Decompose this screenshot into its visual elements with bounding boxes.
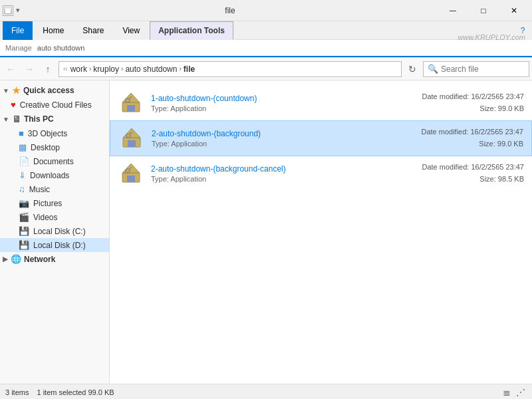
label: Videos — [33, 213, 57, 222]
title-text: file — [23, 6, 438, 15]
doc-icon: 📄 — [19, 156, 29, 166]
this-pc-header[interactable]: ▼ 🖥 This PC — [0, 112, 109, 126]
help-button[interactable]: ? — [513, 21, 532, 40]
up-button[interactable]: ↑ — [40, 61, 56, 77]
tab-file[interactable]: File — [3, 21, 33, 40]
address-path[interactable]: ‹‹ work › kruploy › auto shutdown › file — [59, 61, 402, 77]
file-meta-1: Date modified: 16/2/2565 23:47 Size: 99.… — [422, 91, 524, 114]
chevron-icon-3: › — [179, 65, 181, 72]
tab-share[interactable]: Share — [74, 21, 112, 40]
file-meta-3: Date modified: 16/2/2565 23:47 Size: 98.… — [422, 162, 524, 185]
sidebar-item-music[interactable]: ♫ Music — [0, 182, 109, 196]
manage-label: Manage — [5, 44, 32, 52]
quick-access-header[interactable]: ▼ ★ Quick access — [0, 83, 109, 98]
title-bar-icons: ▾ — [3, 5, 23, 16]
sidebar-item-videos[interactable]: 🎬 Videos — [0, 210, 109, 224]
path-autoshutdown: auto shutdown — [125, 65, 177, 74]
network-icon: 🌐 — [11, 254, 21, 264]
back-button[interactable]: ← — [3, 61, 19, 77]
items-count: 3 items — [5, 388, 29, 396]
label: Local Disk (C:) — [33, 227, 86, 236]
path-chevron: ‹‹ — [63, 65, 68, 72]
path-work: work — [70, 65, 87, 74]
quick-access-toolbar: ▾ — [16, 6, 20, 15]
file-date-1: Date modified: 16/2/2565 23:47 — [422, 91, 524, 103]
sidebar-item-disk-c[interactable]: 💾 Local Disk (C:) — [0, 224, 109, 238]
svg-rect-4 — [127, 105, 135, 112]
content-area: 1-auto-shutdown-(countdown) Type: Applic… — [110, 80, 532, 384]
window-controls[interactable]: — □ ✕ — [438, 0, 529, 21]
label: Desktop — [31, 143, 60, 152]
sidebar-item-downloads[interactable]: ⇓ Downloads — [0, 168, 109, 182]
file-type-1: Type: Application — [151, 104, 415, 112]
chevron-icon: ▶ — [3, 255, 8, 263]
file-item-1[interactable]: 1-auto-shutdown-(countdown) Type: Applic… — [110, 86, 532, 120]
quick-access-label: Quick access — [23, 86, 74, 95]
sidebar-item-desktop[interactable]: ▩ Desktop — [0, 140, 109, 154]
pc-icon: 🖥 — [12, 114, 21, 124]
desktop-icon: ▩ — [19, 142, 27, 152]
this-pc-label: This PC — [24, 114, 54, 124]
selected-info: 1 item selected 99.0 KB — [37, 388, 114, 396]
label: Local Disk (D:) — [33, 241, 86, 250]
tab-home[interactable]: Home — [34, 21, 72, 40]
file-type-2: Type: Application — [152, 140, 414, 148]
sidebar-item-pictures[interactable]: 📷 Pictures — [0, 196, 109, 210]
sidebar-item-disk-d[interactable]: 💾 Local Disk (D:) — [0, 238, 109, 252]
file-item-2[interactable]: 2-auto-shutdown-(background) Type: Appli… — [110, 120, 532, 156]
file-info-1: 1-auto-shutdown-(countdown) Type: Applic… — [151, 94, 415, 112]
file-size-3: Size: 98.5 KB — [422, 174, 524, 186]
file-icon-1 — [118, 90, 144, 116]
file-name-3: 2-auto-shutdown-(background-cancel) — [151, 164, 415, 174]
disk-icon: 💾 — [19, 226, 29, 236]
address-bar: ← → ↑ ‹‹ work › kruploy › auto shutdown … — [0, 58, 532, 80]
file-info-2: 2-auto-shutdown-(background) Type: Appli… — [152, 129, 414, 148]
creative-cloud-label: Creative Cloud Files — [20, 100, 92, 110]
forward-button[interactable]: → — [21, 61, 37, 77]
file-name-1: 1-auto-shutdown-(countdown) — [151, 94, 415, 103]
title-bar: ▾ file — □ ✕ — [0, 0, 532, 21]
svg-rect-1 — [5, 7, 11, 9]
file-info-3: 2-auto-shutdown-(background-cancel) Type… — [151, 164, 415, 183]
search-input[interactable] — [441, 65, 525, 74]
path-kruploy: kruploy — [93, 65, 119, 74]
close-button[interactable]: ✕ — [499, 0, 529, 21]
status-bar: 3 items 1 item selected 99.0 KB ≣ ⋰ — [0, 384, 532, 399]
search-icon: 🔍 — [428, 64, 438, 74]
network-label: Network — [24, 255, 55, 264]
file-date-2: Date modified: 16/2/2565 23:47 — [421, 126, 523, 138]
sidebar-item-documents[interactable]: 📄 Documents — [0, 154, 109, 168]
tiles-view-icon[interactable]: ⋰ — [515, 386, 527, 399]
minimize-button[interactable]: — — [438, 0, 468, 21]
sidebar-item-creative-cloud[interactable]: ♥ Creative Cloud Files — [0, 98, 109, 112]
download-icon: ⇓ — [19, 170, 26, 180]
tab-application-tools[interactable]: Application Tools — [150, 21, 233, 40]
chevron-icon-2: › — [121, 65, 123, 72]
svg-rect-18 — [127, 176, 135, 182]
sidebar-item-3d-objects[interactable]: ■ 3D Objects — [0, 126, 109, 140]
maximize-button[interactable]: □ — [468, 0, 499, 21]
file-type-3: Type: Application — [151, 175, 415, 183]
ribbon-tabs: File Home Share View Application Tools ? — [0, 21, 532, 40]
details-view-icon[interactable]: ≣ — [501, 386, 512, 399]
file-size-1: Size: 99.0 KB — [422, 103, 524, 115]
label: 3D Objects — [28, 129, 67, 138]
ribbon-content: Manage auto shutdown — [0, 40, 532, 57]
disk-icon: 💾 — [19, 240, 29, 250]
music-icon: ♫ — [19, 184, 25, 194]
file-item-3[interactable]: 2-auto-shutdown-(background-cancel) Type… — [110, 156, 532, 191]
tab-view[interactable]: View — [114, 21, 148, 40]
view-controls: ≣ ⋰ — [501, 386, 527, 399]
label: Music — [29, 185, 50, 194]
file-date-3: Date modified: 16/2/2565 23:47 — [422, 162, 524, 174]
refresh-button[interactable]: ↻ — [404, 61, 420, 77]
sidebar: ▼ ★ Quick access ♥ Creative Cloud Files … — [0, 80, 110, 384]
file-size-2: Size: 99.0 KB — [421, 138, 523, 150]
chevron-icon: ▼ — [3, 116, 9, 123]
network-header[interactable]: ▶ 🌐 Network — [0, 252, 109, 266]
file-icon-2 — [118, 125, 145, 152]
window-icon — [3, 5, 13, 16]
main-layout: ▼ ★ Quick access ♥ Creative Cloud Files … — [0, 80, 532, 384]
manage-path-label: auto shutdown — [37, 44, 85, 52]
chevron-icon: ▼ — [3, 87, 9, 94]
